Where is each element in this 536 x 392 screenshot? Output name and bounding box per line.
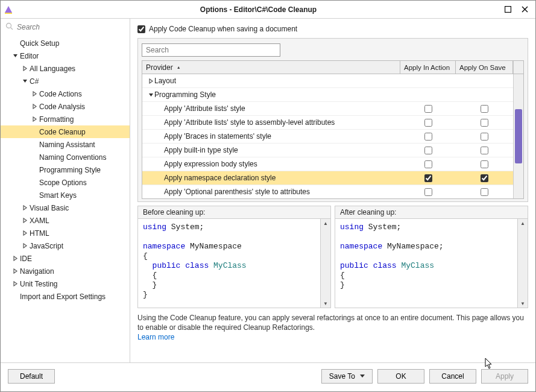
header-apply-on-save[interactable]: Apply On Save — [456, 61, 513, 74]
sidebar-item-label: Code Actions — [39, 90, 82, 98]
sidebar-item[interactable]: IDE — [1, 252, 130, 265]
apply-in-action-checkbox[interactable] — [424, 174, 432, 182]
provider-row[interactable]: Apply 'Optional parenthesis' style to at… — [142, 185, 513, 198]
expand-arrow-icon — [21, 204, 28, 212]
provider-label: Apply 'Braces in statements' style — [164, 132, 271, 141]
expand-arrow-icon — [31, 141, 38, 148]
apply-in-action-checkbox[interactable] — [424, 160, 432, 168]
expand-arrow-icon — [11, 52, 19, 60]
provider-row[interactable]: Apply 'Attribute lists' style to assembl… — [142, 116, 513, 130]
sidebar-item[interactable]: Editor — [1, 49, 130, 62]
sidebar-item[interactable]: Code Analysis — [1, 100, 130, 113]
sidebar-item-label: Smart Keys — [39, 191, 77, 200]
expand-arrow-icon — [11, 280, 19, 288]
sidebar-item[interactable]: JavaScript — [1, 239, 130, 252]
sidebar-item-label: Code Cleanup — [39, 128, 86, 136]
sidebar-item[interactable]: All Languages — [1, 62, 130, 75]
sidebar-item[interactable]: Smart Keys — [1, 189, 130, 201]
apply-on-save-checkbox[interactable] — [481, 147, 488, 154]
sidebar-item-label: XAML — [30, 217, 49, 225]
sidebar-item-label: C# — [30, 77, 39, 86]
provider-label: Apply built-in type style — [164, 146, 238, 154]
after-scrollbar[interactable]: ▲▼ — [517, 219, 528, 308]
provider-row[interactable]: Apply built-in type style — [142, 144, 513, 157]
sidebar-item[interactable]: XAML — [1, 214, 130, 227]
default-button[interactable]: Default — [8, 369, 55, 384]
expand-arrow-icon — [147, 77, 154, 84]
sidebar-item-label: Visual Basic — [30, 204, 69, 212]
search-icon — [5, 22, 15, 32]
footer-text: Using the Code Cleanup feature, you can … — [137, 314, 524, 332]
close-button[interactable] — [516, 3, 533, 16]
sidebar-item[interactable]: Visual Basic — [1, 201, 130, 214]
ok-button[interactable]: OK — [377, 369, 424, 384]
provider-scrollbar[interactable] — [513, 74, 523, 198]
sidebar-item-label: Quick Setup — [20, 39, 59, 48]
apply-in-action-checkbox[interactable] — [424, 147, 432, 154]
sidebar-item-label: Unit Testing — [20, 280, 57, 288]
svg-line-3 — [11, 28, 13, 30]
expand-arrow-icon — [31, 166, 38, 174]
sidebar-item[interactable]: Programming Style — [1, 163, 130, 176]
options-tree[interactable]: Quick SetupEditorAll LanguagesC#Code Act… — [1, 36, 130, 362]
cancel-button[interactable]: Cancel — [429, 369, 476, 384]
sidebar-search-input[interactable] — [17, 23, 125, 31]
provider-row[interactable]: Apply 'Attribute lists' style — [142, 102, 513, 116]
sidebar-item-label: Naming Conventions — [39, 153, 106, 162]
sidebar-item[interactable]: Unit Testing — [1, 277, 130, 290]
expand-arrow-icon — [31, 90, 38, 98]
sidebar-item[interactable]: Import and Export Settings — [1, 290, 130, 303]
before-scrollbar[interactable]: ▲▼ — [320, 219, 330, 308]
expand-arrow-icon — [21, 217, 28, 224]
apply-on-save-checkbox[interactable] — [481, 160, 488, 168]
provider-label: Apply 'Optional parenthesis' style to at… — [164, 188, 310, 196]
svg-rect-1 — [505, 7, 511, 13]
sidebar-item[interactable]: C# — [1, 75, 130, 87]
provider-row[interactable]: Apply expression body styles — [142, 157, 513, 171]
sidebar-item[interactable]: Code Cleanup — [1, 125, 130, 138]
sidebar-item[interactable]: Naming Conventions — [1, 151, 130, 163]
sidebar-item-label: Scope Options — [39, 179, 87, 187]
sidebar-item-label: Programming Style — [39, 166, 101, 174]
apply-on-save-checkbox[interactable]: Apply Code Cleanup when saving a documen… — [137, 24, 528, 34]
apply-in-action-checkbox[interactable] — [424, 188, 432, 196]
sidebar-item-label: Formatting — [39, 115, 74, 124]
provider-label: Programming Style — [154, 90, 216, 99]
apply-on-save-checkbox[interactable] — [481, 133, 488, 141]
expand-arrow-icon — [21, 230, 28, 237]
provider-search-input[interactable] — [142, 43, 280, 57]
sidebar-item[interactable]: Naming Assistant — [1, 138, 130, 151]
provider-row[interactable]: Apply 'Braces in statements' style — [142, 130, 513, 144]
apply-in-action-checkbox[interactable] — [424, 119, 432, 127]
sidebar-item[interactable]: Code Actions — [1, 87, 130, 100]
apply-on-save-checkbox[interactable] — [481, 174, 488, 182]
maximize-button[interactable] — [499, 3, 516, 16]
apply-on-save-checkbox[interactable] — [481, 105, 488, 113]
sidebar-item[interactable]: Formatting — [1, 113, 130, 125]
svg-point-2 — [7, 24, 11, 28]
header-apply-in-action[interactable]: Apply In Action — [400, 61, 456, 74]
apply-in-action-checkbox[interactable] — [424, 133, 432, 141]
expand-arrow-icon — [31, 128, 38, 136]
window-title: Options - Editor\C#\Code Cleanup — [17, 5, 499, 14]
provider-label: Layout — [154, 77, 176, 85]
apply-in-action-checkbox[interactable] — [424, 105, 432, 113]
sidebar-item[interactable]: Scope Options — [1, 176, 130, 189]
provider-group-row[interactable]: Programming Style — [142, 88, 513, 102]
save-to-button[interactable]: Save To — [321, 369, 373, 384]
after-title: After cleaning up: — [335, 206, 528, 218]
sidebar-item[interactable]: Quick Setup — [1, 37, 130, 49]
apply-on-save-checkbox[interactable] — [481, 119, 488, 127]
learn-more-link[interactable]: Learn more — [137, 333, 174, 341]
apply-button[interactable]: Apply — [481, 369, 528, 384]
expand-arrow-icon — [21, 242, 28, 250]
after-code: using System; namespace MyNamespace; pub… — [335, 219, 517, 308]
apply-on-save-checkbox[interactable] — [481, 188, 488, 196]
header-provider[interactable]: Provider▲ — [142, 61, 400, 74]
provider-row[interactable]: Apply namespace declaration style — [142, 171, 513, 185]
provider-group-row[interactable]: Layout — [142, 74, 513, 88]
svg-rect-0 — [5, 13, 12, 14]
sidebar-item[interactable]: HTML — [1, 227, 130, 239]
sidebar-item[interactable]: Navigation — [1, 265, 130, 277]
expand-arrow-icon — [31, 192, 38, 199]
